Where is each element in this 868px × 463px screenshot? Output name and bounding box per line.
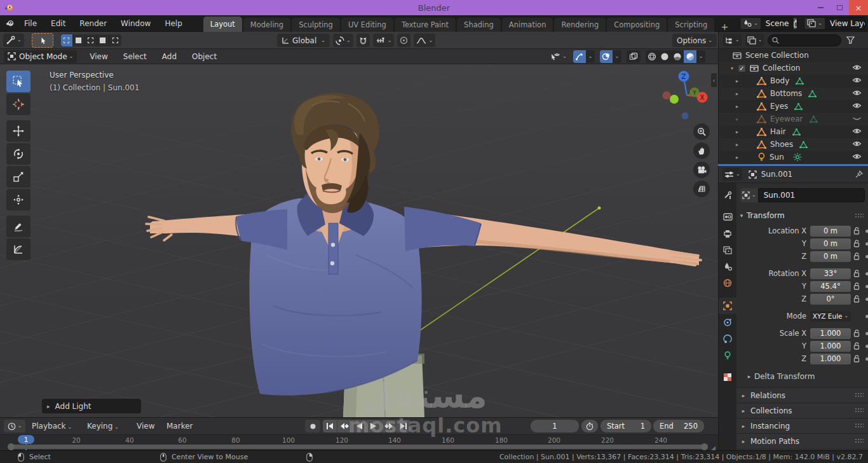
outliner-display-mode-dropdown[interactable]: ⌄ xyxy=(745,34,764,46)
animate-dot[interactable] xyxy=(865,298,868,301)
eye-icon[interactable] xyxy=(852,140,862,148)
location-z-field[interactable]: 0 m xyxy=(810,251,851,262)
viewport-menu-select[interactable]: Select xyxy=(116,52,154,61)
location-y-field[interactable]: 0 m xyxy=(810,238,851,249)
snap-toggle[interactable] xyxy=(356,34,370,47)
select-mode-set[interactable] xyxy=(61,34,73,46)
animate-dot[interactable] xyxy=(865,357,868,361)
eye-icon[interactable] xyxy=(852,153,862,160)
add-workspace-button[interactable]: + xyxy=(715,22,733,32)
viewport-menu-object[interactable]: Object xyxy=(184,52,224,61)
shading-rendered-button[interactable] xyxy=(684,50,696,63)
menu-edit[interactable]: Edit xyxy=(44,15,72,32)
cursor-tool[interactable] xyxy=(6,93,31,115)
tab-tool[interactable] xyxy=(719,187,736,204)
close-button[interactable]: × xyxy=(849,0,868,15)
filter-button[interactable] xyxy=(846,36,855,44)
tab-output[interactable] xyxy=(719,225,736,242)
outliner-row-body[interactable]: ▸ Body xyxy=(719,74,868,87)
shading-dropdown[interactable]: ⌄ xyxy=(696,50,705,63)
object-visibility-dropdown[interactable]: ⌄ xyxy=(549,50,568,63)
navigation-gizmo[interactable]: Z Y X xyxy=(654,67,712,124)
drag-dots-icon[interactable] xyxy=(855,438,864,443)
sidebar-collapse-icon[interactable]: ‹ xyxy=(711,73,717,87)
tab-view-layer[interactable] xyxy=(719,242,736,258)
mode-dropdown[interactable]: Object Mode ⌄ xyxy=(4,50,77,63)
menu-help[interactable]: Help xyxy=(158,15,189,32)
tab-animation[interactable]: Animation xyxy=(502,18,553,32)
active-tool-selector[interactable]: ⌄ xyxy=(3,34,24,47)
animate-dot[interactable] xyxy=(865,345,868,348)
outliner-row-shoes[interactable]: ▸ Shoes xyxy=(719,138,868,151)
panel-instancing[interactable]: ▸ Instancing xyxy=(736,418,868,433)
minimize-button[interactable] xyxy=(811,0,830,15)
animate-dot[interactable] xyxy=(865,285,868,288)
transform-tool[interactable] xyxy=(6,189,31,211)
blender-menu-icon[interactable] xyxy=(5,18,15,28)
animate-dot[interactable] xyxy=(865,332,868,335)
drag-dots-icon[interactable] xyxy=(855,392,864,397)
gizmos-dropdown[interactable]: ⌄ xyxy=(586,50,595,63)
shading-material-button[interactable] xyxy=(671,50,684,63)
scale-y-field[interactable]: 1.000 xyxy=(810,341,851,352)
panel-relations[interactable]: ▸ Relations xyxy=(736,387,868,403)
drag-dots-icon[interactable] xyxy=(855,423,864,427)
outliner-editor-type-dropdown[interactable]: ⌄ xyxy=(722,34,742,46)
panel-motion-paths[interactable]: ▸ Motion Paths xyxy=(736,433,868,448)
unlock-icon[interactable] xyxy=(851,282,863,290)
select-mode-intersect[interactable] xyxy=(109,34,121,46)
expand-triangle-icon[interactable]: ▸ xyxy=(734,116,740,122)
expand-triangle-icon[interactable]: ▸ xyxy=(734,104,740,109)
object-name-input[interactable]: Sun.001 xyxy=(758,188,865,202)
operator-panel-add-light[interactable]: ▸ Add Light xyxy=(42,399,141,413)
tab-render[interactable] xyxy=(719,209,736,225)
tab-scene[interactable] xyxy=(719,258,736,275)
gizmos-toggle[interactable] xyxy=(573,50,586,63)
unlock-icon[interactable] xyxy=(851,270,863,277)
unlock-icon[interactable] xyxy=(851,295,863,303)
eye-closed-icon[interactable] xyxy=(852,114,862,122)
snap-settings-dropdown[interactable]: ⌄ xyxy=(373,34,395,47)
frame-start-field[interactable]: Start 1 xyxy=(600,420,651,432)
camera-view-button[interactable] xyxy=(693,162,710,178)
scale-x-field[interactable]: 1.000 xyxy=(810,328,851,339)
xray-toggle[interactable] xyxy=(627,50,641,63)
eye-icon[interactable] xyxy=(852,127,862,135)
zoom-button[interactable] xyxy=(693,123,710,140)
animate-dot[interactable] xyxy=(865,230,868,233)
select-mode-extend[interactable] xyxy=(73,34,85,46)
rotation-z-field[interactable]: 0° xyxy=(810,294,851,305)
unlock-icon[interactable] xyxy=(851,240,863,247)
viewport-menu-view[interactable]: View xyxy=(82,52,115,61)
proportional-falloff-dropdown[interactable]: ⌄ xyxy=(414,34,435,47)
rotation-y-field[interactable]: 45.4° xyxy=(810,281,851,292)
panel-collections[interactable]: ▸ Collections xyxy=(736,403,868,418)
eye-icon[interactable] xyxy=(852,102,862,109)
unlock-icon[interactable] xyxy=(851,227,863,235)
outliner-row-bottoms[interactable]: ▸ Bottoms xyxy=(719,87,868,100)
animate-dot[interactable] xyxy=(865,315,868,318)
shading-solid-button[interactable] xyxy=(658,50,671,63)
tab-rendering[interactable]: Rendering xyxy=(554,18,606,32)
scrollbar-left-handle[interactable] xyxy=(8,443,15,450)
prev-keyframe-button[interactable] xyxy=(337,420,352,432)
proportional-editing-toggle[interactable] xyxy=(397,34,410,47)
tab-object[interactable] xyxy=(719,298,736,314)
outliner-row-hair[interactable]: ▸ Hair xyxy=(719,125,868,138)
tab-constraints[interactable] xyxy=(719,314,736,331)
tab-object-data[interactable] xyxy=(719,347,736,364)
scene-browse-button[interactable]: ⌄ xyxy=(740,17,761,30)
tab-world[interactable] xyxy=(719,275,736,291)
viewport-menu-add[interactable]: Add xyxy=(154,52,184,61)
scale-tool[interactable] xyxy=(6,166,31,188)
tab-sculpting[interactable]: Sculpting xyxy=(292,18,340,32)
current-frame-field[interactable]: 1 xyxy=(531,420,579,432)
outliner-row-scene-collection[interactable]: Scene Collection xyxy=(719,49,868,62)
drag-dots-icon[interactable] xyxy=(855,213,864,218)
pan-button[interactable] xyxy=(693,142,710,159)
pin-icon[interactable] xyxy=(855,170,863,178)
transform-panel-header[interactable]: ▾ Transform xyxy=(736,209,868,223)
scene-name-field[interactable]: Scene xyxy=(761,19,794,28)
delta-transform-panel[interactable]: ▸ Delta Transform xyxy=(736,370,868,384)
expand-triangle-icon[interactable]: ▸ xyxy=(734,129,740,135)
